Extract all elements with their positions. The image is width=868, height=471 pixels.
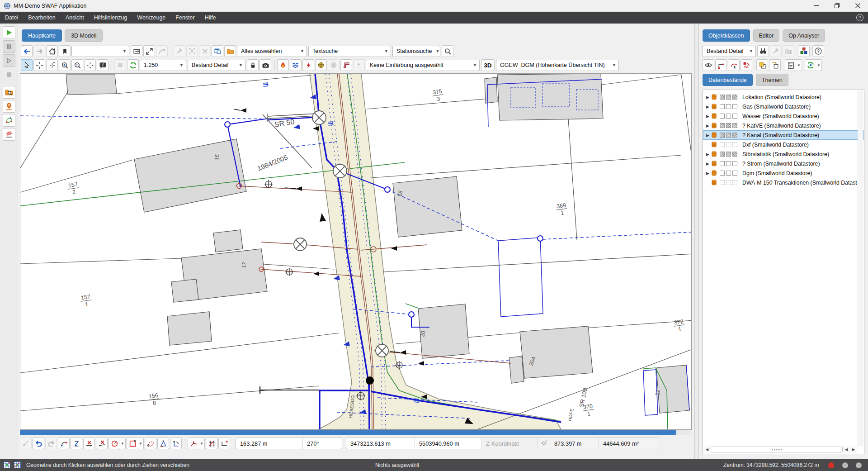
pause-button[interactable] <box>3 40 15 53</box>
draw-pen-icon[interactable] <box>20 438 32 449</box>
search-folder-icon[interactable] <box>3 86 15 99</box>
panel-style-combobox[interactable]: Bestand Detail▼ <box>703 46 756 57</box>
tab-hauptkarte[interactable]: Hauptkarte <box>22 29 62 42</box>
expand-icon[interactable]: ▶ <box>705 95 711 100</box>
water-waves-icon[interactable] <box>290 59 302 71</box>
sync-icon[interactable] <box>805 59 816 71</box>
list-dropdown[interactable]: ▼ <box>796 59 802 71</box>
circle-tool-dropdown[interactable]: ▼ <box>120 438 126 449</box>
sync-dropdown[interactable]: ▼ <box>816 59 822 71</box>
scroll-left2-icon[interactable]: ◀ <box>843 447 850 452</box>
checkbox[interactable] <box>726 171 731 176</box>
expand-icon[interactable]: ▶ <box>705 171 711 176</box>
refresh-icon[interactable] <box>127 59 139 71</box>
expand-icon[interactable]: ▶ <box>705 133 711 138</box>
checkbox[interactable] <box>720 133 725 138</box>
zoom-extent-icon[interactable] <box>143 45 155 57</box>
help-circle-icon[interactable]: ? <box>856 14 863 21</box>
angle-pen-icon[interactable] <box>170 438 182 449</box>
checkbox[interactable] <box>720 161 725 166</box>
menu-bearbeiten[interactable]: Bearbeiten <box>23 12 60 24</box>
gas-flame-icon[interactable] <box>277 59 289 71</box>
menu-fenster[interactable]: Fenster <box>170 12 199 24</box>
panel-splitter[interactable] <box>694 24 699 459</box>
tree-row-dxf[interactable]: Dxf (Smallworld Datastore) <box>703 140 864 149</box>
tree-horizontal-scrollbar[interactable]: ◀ ◀ ▶ <box>703 446 857 453</box>
height-field[interactable]: 873.397 m <box>550 438 599 449</box>
checkbox[interactable] <box>720 171 725 176</box>
tree-row-katve[interactable]: ▶ ? KatVE (Smallworld Datastore) <box>703 121 864 130</box>
dgm-combobox[interactable]: GGEW_DGM (Höhenkarte Übersicht TIN)▼ <box>496 60 619 71</box>
checkbox[interactable] <box>732 171 737 176</box>
folder-icon[interactable] <box>224 45 236 57</box>
segment-delete-icon[interactable] <box>96 438 108 449</box>
checkbox[interactable] <box>726 95 731 100</box>
tree-row-strom[interactable]: ▶ ? Strom (Smallworld Datastore) <box>703 159 864 168</box>
panel-folder-search-icon[interactable] <box>783 45 794 57</box>
text-search-combobox[interactable]: Textsuche▼ <box>308 46 391 57</box>
menu-werkzeuge[interactable]: Werkzeuge <box>132 12 170 24</box>
style-combobox[interactable]: Bestand Detail▼ <box>188 60 245 71</box>
checkbox[interactable] <box>732 161 737 166</box>
checkbox[interactable] <box>732 133 737 138</box>
zoom-out-icon[interactable] <box>71 59 83 71</box>
area-field[interactable]: 44644.609 m² <box>599 438 659 449</box>
electricity-bolt-icon[interactable] <box>302 59 314 71</box>
scroll-right-icon[interactable]: ▶ <box>850 447 857 452</box>
menu-hilfslinienzug[interactable]: Hilfslinienzug <box>89 12 132 24</box>
checkbox[interactable] <box>726 152 731 157</box>
camera-icon[interactable] <box>259 59 271 71</box>
checkbox[interactable] <box>732 123 737 128</box>
polygon-edit-icon[interactable] <box>3 114 15 127</box>
back-icon[interactable] <box>21 45 33 57</box>
label-add-icon[interactable]: +A <box>741 59 752 71</box>
close-button[interactable] <box>847 0 868 12</box>
pan-icon[interactable] <box>84 59 96 71</box>
minimize-button[interactable] <box>806 0 826 12</box>
map-horizontal-scrollbar[interactable] <box>20 430 692 435</box>
checkbox[interactable] <box>720 104 725 109</box>
tab-3d-modell[interactable]: 3D Modell <box>65 29 103 42</box>
list-icon[interactable] <box>785 59 797 71</box>
maximize-restore-button[interactable] <box>826 0 847 12</box>
checkbox[interactable] <box>726 114 731 119</box>
checkbox[interactable] <box>720 95 725 100</box>
bolt-gray-icon[interactable] <box>353 59 365 71</box>
frame-select-icon[interactable] <box>131 45 142 57</box>
menu-ansicht[interactable]: Ansicht <box>61 12 89 24</box>
checkbox[interactable] <box>732 104 737 109</box>
tree-row-gas[interactable]: ▶ Gas (Smallworld Datastore) <box>703 102 864 111</box>
expand-icon[interactable]: ▶ <box>705 114 711 119</box>
checkbox[interactable] <box>726 123 731 128</box>
lock-icon[interactable] <box>247 59 259 71</box>
node-delete-icon[interactable] <box>83 438 95 449</box>
tab-objektklassen[interactable]: Objektklassen <box>703 29 750 42</box>
table-edit-icon[interactable] <box>14 461 21 468</box>
forward-icon[interactable] <box>33 45 45 57</box>
tree-row-lokation[interactable]: ▶ Lokation (Smallworld Datastore) <box>703 92 864 102</box>
cubes-icon[interactable] <box>798 45 810 57</box>
target-icon[interactable] <box>186 45 198 57</box>
node-insert-icon[interactable] <box>58 438 70 449</box>
pipe-profile-icon[interactable] <box>340 59 352 71</box>
button-3d[interactable]: 3D <box>481 59 495 71</box>
tab-op-analyser[interactable]: Op Analyser <box>783 29 825 42</box>
map-horizontal-scrollbar-thumb[interactable] <box>20 430 676 435</box>
angle-field[interactable]: 270° <box>303 438 342 449</box>
tree-row-wasser[interactable]: ▶ Wasser (Smallworld Datastore) <box>703 111 864 121</box>
cable-gray-icon[interactable] <box>328 59 340 71</box>
panel-wrench-icon[interactable] <box>770 45 782 57</box>
tree-row-stoerstatistik[interactable]: ▶ Störstatistik (Smallworld Datastore) <box>703 149 864 159</box>
scale-combobox[interactable]: 1:250▼ <box>140 60 186 71</box>
crosshair-icon[interactable] <box>33 59 45 71</box>
checkbox[interactable] <box>726 161 731 166</box>
circle-tool-icon[interactable] <box>108 438 120 449</box>
cursor-icon[interactable] <box>21 59 33 71</box>
rect-tool-icon[interactable] <box>127 438 138 449</box>
locate-pin-icon[interactable] <box>3 100 15 113</box>
run-button[interactable] <box>3 26 15 39</box>
expand-icon[interactable]: ▶ <box>705 152 711 157</box>
crosshair-move-icon[interactable] <box>46 59 58 71</box>
curve-select-icon[interactable] <box>728 59 740 71</box>
x-coordinate-field[interactable]: 3473213.613 m <box>346 438 415 449</box>
